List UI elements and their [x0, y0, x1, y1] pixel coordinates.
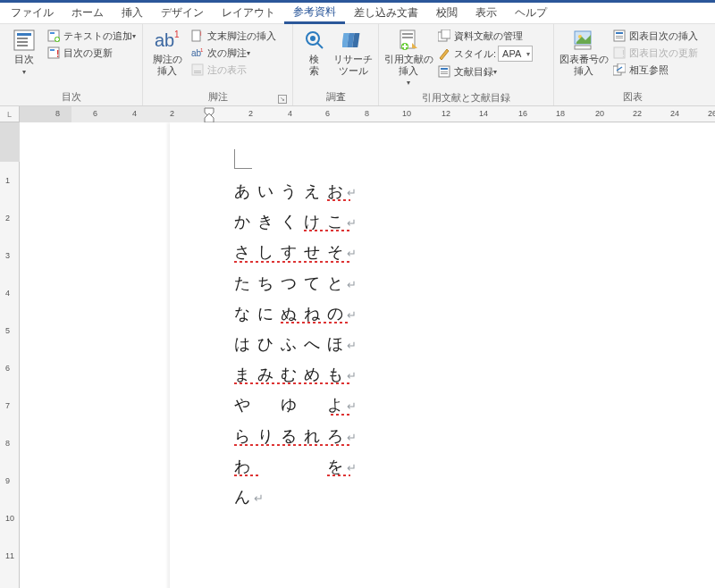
- text-line[interactable]: かきくけこ↵: [234, 206, 357, 237]
- update-toc-label: 目次の更新: [63, 46, 113, 60]
- researcher-button[interactable]: リサーチ ツール: [332, 26, 374, 78]
- group-toc-label: 目次: [4, 88, 139, 105]
- paragraph-mark-icon: ↵: [254, 491, 264, 505]
- insert-caption-label: 図表番号の 挿入: [559, 54, 609, 76]
- ruler-corner[interactable]: L: [0, 106, 20, 122]
- menu-ヘルプ[interactable]: ヘルプ: [506, 3, 556, 23]
- search-icon: [302, 28, 327, 53]
- h-tick: 8: [365, 109, 369, 118]
- dropdown-icon: ▾: [407, 79, 410, 87]
- add-text-button[interactable]: テキストの追加 ▾: [44, 28, 139, 44]
- svg-rect-21: [194, 72, 201, 73]
- line-text: らりるれろ: [234, 427, 350, 445]
- update-toc-button[interactable]: ! 目次の更新: [44, 45, 139, 61]
- svg-text:ab: ab: [155, 30, 174, 50]
- insert-citation-button[interactable]: 引用文献の 挿入▾: [383, 26, 434, 89]
- document-canvas[interactable]: あいうえお↵かきくけこ↵さしすせそ↵たちつてと↵なにぬねの↵はひふへほ↵まみむめ…: [20, 122, 715, 588]
- style-select[interactable]: APA▾: [498, 46, 533, 62]
- update-tof-button: ! 図表目次の更新: [610, 45, 701, 61]
- insert-caption-button[interactable]: 図表番号の 挿入: [558, 26, 610, 78]
- text-line[interactable]: ん↵: [234, 482, 357, 512]
- group-research: 検 索 リサーチ ツール 調査: [293, 24, 379, 105]
- show-notes-button: 注の表示: [188, 62, 279, 78]
- line-text: かきくけこ: [234, 213, 350, 231]
- text-line[interactable]: さしすせそ↵: [234, 237, 357, 267]
- menu-ホーム[interactable]: ホーム: [63, 3, 113, 23]
- toc-button[interactable]: 目次▾: [4, 26, 44, 78]
- text-line[interactable]: たちつてと↵: [234, 268, 357, 298]
- insert-tof-icon: [612, 29, 627, 43]
- h-tick: 4: [132, 109, 137, 118]
- paragraph-mark-icon: ↵: [347, 247, 357, 260]
- document-text[interactable]: あいうえお↵かきくけこ↵さしすせそ↵たちつてと↵なにぬねの↵はひふへほ↵まみむめ…: [234, 176, 357, 512]
- line-text: わ を: [234, 458, 350, 475]
- indent-marker[interactable]: [204, 107, 213, 122]
- toc-label: 目次: [14, 54, 34, 64]
- group-footnotes: ab1 脚注の 挿入 i 文末脚注の挿入 ab1 次の脚注 ▾ 注の表示 脚: [143, 24, 293, 105]
- v-tick: 1: [5, 176, 10, 185]
- text-line[interactable]: や ゆ よ↵: [234, 390, 357, 420]
- spelling-squiggle: [304, 230, 350, 231]
- h-tick: 6: [325, 109, 330, 118]
- h-tick: 10: [402, 109, 411, 118]
- menu-差し込み文書[interactable]: 差し込み文書: [345, 3, 427, 23]
- svg-rect-44: [616, 32, 623, 34]
- crossref-icon: [612, 63, 627, 77]
- text-line[interactable]: まみむめも↵: [234, 359, 357, 390]
- svg-text:!: !: [622, 49, 625, 59]
- footnote-icon: ab1: [155, 28, 180, 53]
- next-footnote-button[interactable]: ab1 次の脚注 ▾: [188, 45, 279, 61]
- footnotes-dialog-launcher[interactable]: ↘: [278, 95, 287, 104]
- menu-レイアウト[interactable]: レイアウト: [213, 3, 284, 23]
- svg-rect-4: [17, 45, 28, 46]
- text-line[interactable]: あいうえお↵: [234, 176, 357, 206]
- menu-表示[interactable]: 表示: [467, 3, 506, 23]
- menu-ファイル[interactable]: ファイル: [2, 3, 63, 23]
- menu-校閲[interactable]: 校閲: [427, 3, 467, 23]
- paragraph-mark-icon: ↵: [347, 339, 357, 352]
- chevron-down-icon: ▾: [526, 50, 530, 58]
- manage-sources-label: 資料文献の管理: [454, 29, 523, 43]
- citation-style-button[interactable]: スタイル: APA▾: [434, 45, 535, 63]
- spelling-squiggle: [331, 414, 350, 416]
- svg-rect-42: [575, 46, 591, 49]
- paragraph-mark-icon: ↵: [347, 278, 357, 291]
- vertical-ruler[interactable]: 123456789101112: [0, 122, 20, 588]
- cursor-column-marker: [234, 149, 252, 169]
- svg-rect-45: [616, 36, 623, 37]
- group-footnotes-label: 脚注: [208, 91, 228, 102]
- update-toc-icon: !: [46, 46, 61, 60]
- text-line[interactable]: はひふへほ↵: [234, 329, 357, 359]
- insert-tof-button[interactable]: 図表目次の挿入: [610, 28, 701, 44]
- svg-rect-11: [50, 49, 55, 51]
- spelling-squiggle: [234, 475, 261, 476]
- group-captions-label: 図表: [558, 88, 708, 105]
- text-line[interactable]: なにぬねの↵: [234, 298, 357, 329]
- svg-rect-38: [441, 71, 448, 72]
- text-line[interactable]: わ を↵: [234, 451, 357, 482]
- search-button[interactable]: 検 索: [297, 26, 332, 78]
- group-research-label: 調査: [297, 88, 374, 105]
- manage-sources-button[interactable]: 資料文献の管理: [434, 28, 535, 44]
- menu-デザイン[interactable]: デザイン: [152, 3, 213, 23]
- svg-text:!: !: [56, 49, 59, 59]
- next-footnote-icon: ab1: [190, 46, 205, 60]
- svg-rect-35: [442, 29, 450, 38]
- line-text: や ゆ よ: [234, 396, 350, 414]
- menu-挿入[interactable]: 挿入: [113, 3, 152, 23]
- insert-footnote-button[interactable]: ab1 脚注の 挿入: [147, 26, 188, 78]
- insert-endnote-button[interactable]: i 文末脚注の挿入: [188, 28, 279, 44]
- add-text-label: テキストの追加: [63, 29, 132, 43]
- menu-参考資料[interactable]: 参考資料: [284, 2, 345, 24]
- paragraph-mark-icon: ↵: [347, 308, 357, 322]
- h-tick: 14: [479, 109, 488, 118]
- bibliography-button[interactable]: 文献目録 ▾: [434, 63, 535, 80]
- svg-rect-33: [402, 46, 408, 47]
- search-label: 検 索: [309, 54, 319, 76]
- horizontal-ruler[interactable]: 86422468101214161820222426: [20, 106, 715, 122]
- v-tick: 3: [5, 251, 10, 260]
- text-line[interactable]: らりるれろ↵: [234, 421, 357, 451]
- dropdown-icon: ▾: [132, 32, 136, 40]
- researcher-label: リサーチ ツール: [333, 54, 373, 76]
- crossref-button[interactable]: 相互参照: [610, 62, 701, 78]
